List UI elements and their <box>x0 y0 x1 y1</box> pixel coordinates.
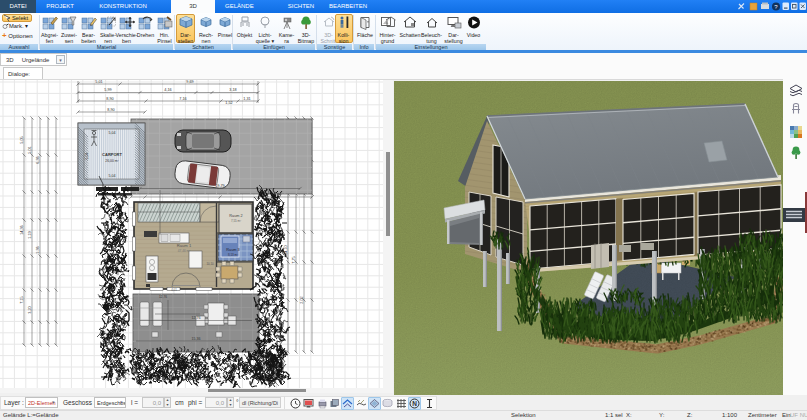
svg-text:3,20: 3,20 <box>28 306 32 313</box>
svg-text:12,76: 12,76 <box>192 316 201 320</box>
svg-text:5,05: 5,05 <box>20 136 24 143</box>
svg-text:5,04: 5,04 <box>109 131 116 135</box>
svg-text:Raum 3: Raum 3 <box>226 248 239 252</box>
svg-text:3,18: 3,18 <box>229 88 236 92</box>
svg-text:7,15: 7,15 <box>20 296 24 303</box>
svg-text:47,46 m²: 47,46 m² <box>178 249 191 253</box>
svg-text:9,69: 9,69 <box>186 80 193 84</box>
svg-text:5,99: 5,99 <box>104 88 111 92</box>
svg-text:10,10: 10,10 <box>207 262 214 266</box>
svg-text:1,36: 1,36 <box>36 246 40 253</box>
svg-text:5,04: 5,04 <box>85 153 89 160</box>
svg-text:Raum 1: Raum 1 <box>177 243 192 248</box>
svg-text:8,90: 8,90 <box>107 108 114 112</box>
svg-text:15,36: 15,36 <box>192 337 201 341</box>
svg-text:5,01: 5,01 <box>28 146 32 153</box>
svg-text:12,76: 12,76 <box>159 295 167 299</box>
svg-text:N: N <box>412 400 417 407</box>
svg-text:1,31: 1,31 <box>243 97 250 101</box>
svg-text:26,00 m²: 26,00 m² <box>105 159 119 163</box>
svg-text:5,04: 5,04 <box>109 174 116 178</box>
svg-text:Raum 2: Raum 2 <box>229 214 242 218</box>
svg-text:19,79: 19,79 <box>215 184 225 188</box>
svg-text:4,01: 4,01 <box>171 288 177 292</box>
svg-text:14,36: 14,36 <box>20 225 24 235</box>
svg-text:8,13 m²: 8,13 m² <box>228 253 238 257</box>
svg-text:8,90: 8,90 <box>106 97 113 101</box>
svg-text:6,36: 6,36 <box>36 156 40 163</box>
svg-text:1,19: 1,19 <box>28 231 32 238</box>
svg-text:7,55 m²: 7,55 m² <box>231 219 241 223</box>
svg-text:7,75: 7,75 <box>292 256 296 263</box>
svg-text:1,52: 1,52 <box>225 101 232 105</box>
svg-text:2,02: 2,02 <box>300 296 304 303</box>
svg-text:CARPORT: CARPORT <box>102 152 122 157</box>
svg-text:4,16: 4,16 <box>164 88 171 92</box>
svg-text:5,01: 5,01 <box>95 80 102 84</box>
svg-text:7,16: 7,16 <box>179 97 186 101</box>
